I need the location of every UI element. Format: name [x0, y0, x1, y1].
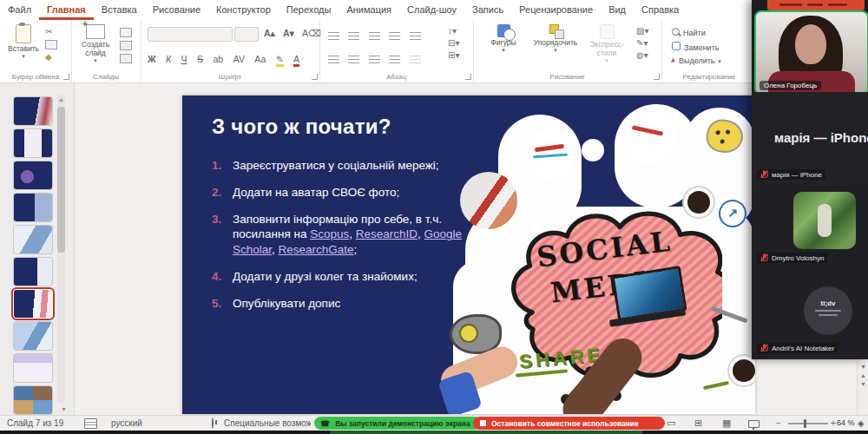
- strikethrough-button[interactable]: S: [197, 54, 203, 64]
- format-painter-icon[interactable]: ◆: [45, 53, 57, 62]
- decrease-indent-icon[interactable]: [369, 32, 380, 41]
- slide-scrollbar[interactable]: ▼ ▲ ▼: [857, 361, 868, 415]
- thumbnails-scrollbar-thumb[interactable]: [57, 107, 65, 253]
- font-dialog-launcher[interactable]: [312, 74, 318, 80]
- normal-view-button[interactable]: ▭: [667, 418, 675, 428]
- slide-thumbnail-9[interactable]: [14, 354, 52, 382]
- replace-button[interactable]: Заменить: [672, 42, 722, 52]
- participant-tile-mariia[interactable]: марія — iPhone марія — iPhone: [752, 92, 868, 187]
- slide-thumbnail-8[interactable]: [14, 322, 52, 350]
- select-button[interactable]: Выделить ▼: [672, 56, 722, 65]
- bold-button[interactable]: Ж: [148, 54, 156, 64]
- scroll-up-icon[interactable]: ▲: [58, 96, 64, 102]
- underline-button[interactable]: Ч: [181, 54, 187, 64]
- screen-share-toast[interactable]: ☎ Вы запустили демонстрацию экрана ✔: [314, 417, 481, 430]
- slide-body-textbox[interactable]: 1. Зареєструватися у соціальній мережі; …: [212, 158, 474, 323]
- tab-insert[interactable]: Вставка: [94, 0, 145, 17]
- tab-draw[interactable]: Рисование: [145, 0, 208, 17]
- cut-icon[interactable]: ✂: [45, 28, 57, 36]
- shape-fill-icon[interactable]: ▨▾: [636, 27, 648, 36]
- zoom-level[interactable]: 64 %: [837, 418, 855, 427]
- tab-file[interactable]: Файл: [0, 0, 39, 17]
- zoom-in-button[interactable]: +: [831, 418, 836, 428]
- slide-thumbnail-5[interactable]: [14, 226, 52, 253]
- align-text-icon[interactable]: ⊟▾: [448, 39, 459, 48]
- previous-slide-icon[interactable]: ▲: [858, 372, 868, 378]
- thumbnails-scrollbar[interactable]: ▲: [57, 95, 65, 403]
- align-left-icon[interactable]: [328, 56, 339, 64]
- increase-indent-icon[interactable]: [389, 32, 400, 41]
- section-icon[interactable]: [120, 54, 132, 63]
- numbering-icon[interactable]: [348, 32, 359, 41]
- tab-slideshow[interactable]: Слайд-шоу: [399, 0, 464, 17]
- font-name-input[interactable]: [148, 27, 233, 42]
- language-indicator[interactable]: русский: [111, 418, 142, 428]
- zoom-slider-thumb[interactable]: [804, 419, 806, 428]
- copy-icon[interactable]: [45, 40, 57, 49]
- slide-thumbnail-3[interactable]: [14, 161, 52, 189]
- slide-thumbnail-1[interactable]: [14, 97, 52, 125]
- bullets-icon[interactable]: [328, 32, 339, 41]
- reset-slide-icon[interactable]: [120, 41, 132, 50]
- meeting-alert-bar[interactable]: [767, 0, 865, 10]
- tab-animations[interactable]: Анимация: [339, 0, 399, 17]
- clear-formatting-icon[interactable]: А⌫: [302, 28, 321, 38]
- font-color-icon[interactable]: А: [293, 54, 299, 67]
- text-direction-icon[interactable]: ↕▾: [448, 27, 459, 36]
- highlight-color-icon[interactable]: ✎: [276, 54, 284, 67]
- tab-home[interactable]: Главная: [39, 0, 94, 20]
- new-slide-button[interactable]: Создать слайд ▼: [76, 24, 115, 63]
- slide-canvas[interactable]: З чого ж почати? 1. Зареєструватися у со…: [182, 95, 755, 414]
- participant-video-olena[interactable]: Олена Горобець: [754, 10, 868, 95]
- change-case-icon[interactable]: Аа: [254, 54, 266, 64]
- align-center-icon[interactable]: [348, 56, 359, 64]
- columns-icon[interactable]: [410, 56, 421, 64]
- increase-font-icon[interactable]: А▴: [264, 28, 275, 38]
- justify-icon[interactable]: [389, 56, 400, 64]
- paste-button[interactable]: Вставить ▼: [7, 24, 40, 60]
- shape-outline-icon[interactable]: ✎▾: [636, 39, 648, 48]
- notes-icon[interactable]: [84, 418, 97, 429]
- scroll-down-icon[interactable]: ▼: [858, 364, 868, 370]
- italic-button[interactable]: К: [166, 54, 171, 64]
- slide-title[interactable]: З чого ж почати?: [212, 115, 391, 139]
- tab-help[interactable]: Справка: [634, 0, 687, 17]
- next-slide-icon[interactable]: ▼: [858, 381, 868, 387]
- slide-thumbnail-2[interactable]: [14, 129, 52, 157]
- reading-view-button[interactable]: ▦: [722, 418, 731, 428]
- text-shadow-button[interactable]: ab: [214, 54, 224, 64]
- slideshow-view-button[interactable]: [748, 420, 760, 428]
- drawing-dialog-launcher[interactable]: [654, 74, 660, 80]
- accessibility-status[interactable]: Специальные возможности: [224, 418, 311, 428]
- fit-to-window-icon[interactable]: ◈: [858, 418, 865, 428]
- tab-transitions[interactable]: Переходы: [279, 0, 339, 17]
- tab-review[interactable]: Рецензирование: [511, 0, 601, 17]
- slide-layout-icon[interactable]: [120, 28, 132, 37]
- font-size-input[interactable]: [234, 27, 259, 42]
- quick-styles-button[interactable]: Экспресс-стили ▼: [584, 24, 629, 63]
- link-scopus[interactable]: Scopus: [310, 227, 349, 240]
- slide-sorter-view-button[interactable]: ⊞: [694, 418, 702, 428]
- slide-thumbnail-6[interactable]: [14, 258, 52, 286]
- shapes-button[interactable]: Фигуры ▼: [485, 24, 522, 54]
- arrange-button[interactable]: Упорядочить ▼: [530, 24, 581, 54]
- participant-video-dmytro[interactable]: Dmytro Voloshyn: [752, 186, 868, 270]
- slide-thumbnail-4[interactable]: [14, 194, 52, 221]
- paragraph-dialog-launcher[interactable]: [465, 74, 471, 80]
- participant-tile-notetaker[interactable]: tl;dv Andrii's AI Notetaker: [752, 269, 868, 359]
- shape-effects-icon[interactable]: ◍▾: [636, 51, 648, 60]
- align-right-icon[interactable]: [369, 56, 380, 64]
- smartart-icon[interactable]: ⊞▾: [448, 51, 459, 60]
- tab-view[interactable]: Вид: [601, 0, 634, 17]
- slide-thumbnail-10[interactable]: [14, 386, 52, 414]
- clipboard-dialog-launcher[interactable]: [63, 74, 69, 80]
- scroll-down-icon[interactable]: ▼: [61, 406, 67, 412]
- link-researchid[interactable]: ResearchID: [356, 227, 418, 240]
- decrease-font-icon[interactable]: А▾: [283, 28, 294, 38]
- line-spacing-icon[interactable]: [410, 32, 421, 41]
- zoom-slider[interactable]: [788, 423, 828, 424]
- tab-design[interactable]: Конструктор: [208, 0, 279, 17]
- find-button[interactable]: Найти: [672, 28, 722, 37]
- zoom-out-button[interactable]: −: [776, 418, 781, 428]
- slide-thumbnail-7-selected[interactable]: [14, 290, 52, 318]
